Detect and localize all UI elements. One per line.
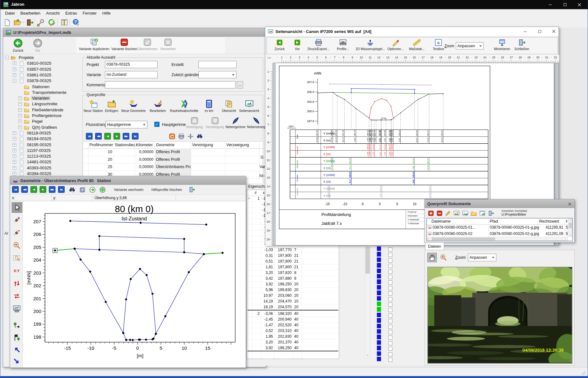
tree-item-flie-widerst-nde[interactable]: +Fließwiderstände [4,107,80,113]
nav-minus-button[interactable] [141,133,148,140]
geo-text-button-1[interactable]: Hilfsprofile löschen [149,186,184,193]
row-checkbox[interactable] [388,247,392,251]
branch-tool-2[interactable]: Nebengerinne [226,117,245,129]
row-checkbox[interactable] [388,352,392,356]
nav-next2-button[interactable]: ▶▶ [49,186,55,193]
side-tool-arrows_lr_red-button[interactable] [12,291,22,301]
side-tool-diamond_minus-button[interactable] [12,228,22,238]
row-checkbox[interactable] [388,280,392,284]
row-checkbox[interactable] [388,291,392,296]
eig-row[interactable]: 10,97203,06020 [247,293,339,299]
tree-item-transportelemente[interactable]: Transportelemente [4,90,80,95]
tree-expander[interactable]: + [18,120,22,123]
eig-row[interactable]: -2,45200,94040 [247,316,339,323]
eig-row[interactable]: 0,51197,80021 [247,258,339,264]
eig-row[interactable]: 18,19204,57020 [247,304,339,310]
qd-tool-red_plus_btn-button[interactable] [427,210,434,217]
qd-tool-pic_ok-button[interactable] [462,210,468,217]
tree-expander[interactable]: + [13,68,16,71]
eig-row[interactable]: 3,92198,25040 [247,345,339,351]
tree-expander[interactable]: + [13,172,16,175]
row-checkbox[interactable] [388,270,392,274]
tree-expander[interactable]: + [13,160,16,164]
row-checkbox[interactable] [388,275,392,279]
qd-vscroll[interactable]: ˄˅ [568,218,572,237]
qd-close-button[interactable] [567,201,572,207]
branch-tool-3[interactable]: Nebenstrang [246,117,266,129]
menu-item-bearbeiten[interactable]: Bearbeiten [17,10,43,16]
side-tool-arr_se_blue-button[interactable] [12,356,22,366]
qp-tool-7[interactable]: Seitenansicht [234,100,264,113]
green-edit-button[interactable] [47,18,56,27]
tree-item-14481-00325[interactable]: +14481-00325 [4,159,80,165]
tree-item-varianten[interactable]: +Varianten [4,95,80,101]
tree-expander[interactable]: + [18,108,22,112]
tree-item-03861-00325[interactable]: +03861-00325 [4,72,80,78]
row-checkbox[interactable] [388,258,392,263]
row-checkbox[interactable] [388,308,392,312]
tree-item-08118-00325[interactable]: +08118-00325 [4,130,80,136]
close-button[interactable] [572,0,587,9]
geo-tool-box3d-button[interactable] [79,186,86,193]
row-checkbox[interactable] [388,341,392,345]
eig-row[interactable]: 3,42197,8809 [247,276,339,282]
kommentar-more-button[interactable]: ... [237,81,243,88]
row-checkbox[interactable] [388,297,392,301]
qp-table-row[interactable]: 100,00000Offenes Profil [83,148,263,156]
row-checkbox[interactable] [388,347,392,351]
erstellt-field[interactable] [198,61,236,68]
eig-row[interactable]: 2-3,06198,32040 [247,311,339,317]
nav-printer-button[interactable] [178,133,184,140]
nav-next2-button[interactable]: ▶▶ [123,133,129,140]
eig-scroll-thumb[interactable] [365,247,370,274]
tree-expander[interactable]: + [18,126,22,129]
qd-vscroll-thumb[interactable] [569,223,572,228]
wrench-tools-button[interactable] [36,18,45,27]
row-checkbox[interactable] [388,336,392,340]
back-button[interactable]: Zurück [9,38,27,52]
tree-expander[interactable]: + [13,131,16,135]
eig-row[interactable]: 3,92198,25020 [247,281,339,287]
variant-action-0[interactable]: Variante duplizieren [78,38,111,51]
side-tool-arrows_ud_red-button[interactable] [12,278,22,288]
side-tool-monitor_chart-button[interactable] [12,304,22,314]
row-checkbox[interactable] [388,319,392,323]
row-checkbox[interactable] [388,286,392,290]
nav-prev2-button[interactable]: ◀◀ [95,133,102,140]
tree-expander[interactable]: + [18,102,22,106]
tree-item-08194-00325[interactable]: +08194-00325 [4,136,80,142]
menu-item-fenster[interactable]: Fenster [80,10,100,16]
tree-expander[interactable]: − [13,79,16,82]
geo-tool-globe_green-button[interactable] [99,186,106,193]
side-tool-cursor-button[interactable] [12,202,22,213]
eig-row[interactable]: 5,96199,63020 [247,287,339,293]
eigenschaften-scrollbar[interactable]: ˅ [365,246,371,358]
tree-expander[interactable]: + [13,137,16,140]
tree-item-projekte[interactable]: −Projekte [4,55,80,61]
qp-table-row[interactable]: 200,00000Offenes Profil [83,156,263,164]
side-tool-flag_tree-button[interactable] [12,332,22,342]
menu-item-extras[interactable]: Extras [62,10,80,16]
nav-check-button[interactable] [150,133,157,140]
sa-maximize-button[interactable] [533,27,546,36]
eig-row[interactable]: 1,81197,80021 [247,264,339,270]
qd-tool-red_minus_btn-button[interactable] [436,210,443,217]
side-tool-zoom_plus-button[interactable] [12,240,22,250]
resize-grip[interactable] [582,371,585,375]
nav-last-button[interactable]: ▶| [132,133,139,140]
tree-expander[interactable]: + [13,149,16,152]
sa-tool-right-0[interactable]: Minimieren [493,39,512,51]
dateien-zoom-combo[interactable]: Anpassen [468,254,496,261]
sa-minimize-button[interactable] [519,27,532,36]
qd-row[interactable]: 03878-00080-00325-0203878-00080-00325-02… [427,231,568,237]
nav-last-button[interactable]: ▶| [58,186,65,193]
nav-prev2-button[interactable]: ◀◀ [21,186,28,193]
pan-hand-button[interactable] [427,253,437,262]
tree-item-08195-00325[interactable]: +08195-00325 [4,142,80,148]
tree-item-40393-00325[interactable]: +40393-00325 [4,165,80,171]
tree-item-03878-00325[interactable]: −03878-00325 [4,78,80,84]
geo-tool-go_green-button[interactable] [89,186,96,193]
minimize-button[interactable] [543,0,558,9]
close-project-button[interactable] [26,18,34,27]
menu-item-ansicht[interactable]: Ansicht [43,10,62,16]
